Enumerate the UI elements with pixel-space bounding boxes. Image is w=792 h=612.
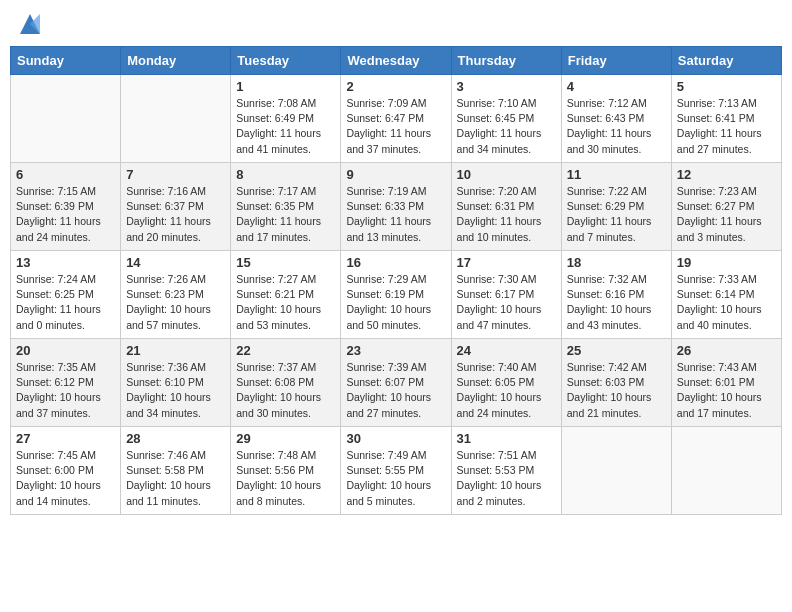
calendar-day-cell: 26 Sunrise: 7:43 AM Sunset: 6:01 PM Dayl… [671,339,781,427]
calendar-day-cell: 27 Sunrise: 7:45 AM Sunset: 6:00 PM Dayl… [11,427,121,515]
daylight-text: Daylight: 11 hours and 27 minutes. [677,127,762,154]
sunset-text: Sunset: 6:08 PM [236,376,314,388]
daylight-text: Daylight: 11 hours and 10 minutes. [457,215,542,242]
day-number: 31 [457,431,556,446]
weekday-header-row: SundayMondayTuesdayWednesdayThursdayFrid… [11,47,782,75]
sunrise-text: Sunrise: 7:17 AM [236,185,316,197]
daylight-text: Daylight: 10 hours and 50 minutes. [346,303,431,330]
day-number: 28 [126,431,225,446]
day-info: Sunrise: 7:12 AM Sunset: 6:43 PM Dayligh… [567,96,666,157]
calendar-day-cell: 20 Sunrise: 7:35 AM Sunset: 6:12 PM Dayl… [11,339,121,427]
day-info: Sunrise: 7:19 AM Sunset: 6:33 PM Dayligh… [346,184,445,245]
sunrise-text: Sunrise: 7:48 AM [236,449,316,461]
calendar-day-cell: 4 Sunrise: 7:12 AM Sunset: 6:43 PM Dayli… [561,75,671,163]
day-number: 7 [126,167,225,182]
daylight-text: Daylight: 10 hours and 37 minutes. [16,391,101,418]
daylight-text: Daylight: 10 hours and 43 minutes. [567,303,652,330]
day-number: 17 [457,255,556,270]
daylight-text: Daylight: 11 hours and 13 minutes. [346,215,431,242]
calendar-day-cell: 31 Sunrise: 7:51 AM Sunset: 5:53 PM Dayl… [451,427,561,515]
calendar-day-cell: 18 Sunrise: 7:32 AM Sunset: 6:16 PM Dayl… [561,251,671,339]
sunset-text: Sunset: 6:49 PM [236,112,314,124]
weekday-header: Sunday [11,47,121,75]
daylight-text: Daylight: 10 hours and 57 minutes. [126,303,211,330]
sunset-text: Sunset: 6:43 PM [567,112,645,124]
day-number: 19 [677,255,776,270]
day-info: Sunrise: 7:46 AM Sunset: 5:58 PM Dayligh… [126,448,225,509]
calendar-day-cell: 17 Sunrise: 7:30 AM Sunset: 6:17 PM Dayl… [451,251,561,339]
sunrise-text: Sunrise: 7:37 AM [236,361,316,373]
day-info: Sunrise: 7:48 AM Sunset: 5:56 PM Dayligh… [236,448,335,509]
daylight-text: Daylight: 11 hours and 41 minutes. [236,127,321,154]
sunset-text: Sunset: 6:31 PM [457,200,535,212]
day-info: Sunrise: 7:16 AM Sunset: 6:37 PM Dayligh… [126,184,225,245]
calendar-week-row: 13 Sunrise: 7:24 AM Sunset: 6:25 PM Dayl… [11,251,782,339]
sunset-text: Sunset: 6:33 PM [346,200,424,212]
calendar-day-cell: 13 Sunrise: 7:24 AM Sunset: 6:25 PM Dayl… [11,251,121,339]
day-info: Sunrise: 7:09 AM Sunset: 6:47 PM Dayligh… [346,96,445,157]
day-info: Sunrise: 7:17 AM Sunset: 6:35 PM Dayligh… [236,184,335,245]
daylight-text: Daylight: 10 hours and 5 minutes. [346,479,431,506]
sunrise-text: Sunrise: 7:24 AM [16,273,96,285]
day-number: 11 [567,167,666,182]
sunset-text: Sunset: 6:45 PM [457,112,535,124]
sunrise-text: Sunrise: 7:19 AM [346,185,426,197]
daylight-text: Daylight: 10 hours and 2 minutes. [457,479,542,506]
calendar-day-cell: 25 Sunrise: 7:42 AM Sunset: 6:03 PM Dayl… [561,339,671,427]
daylight-text: Daylight: 10 hours and 34 minutes. [126,391,211,418]
day-number: 27 [16,431,115,446]
sunset-text: Sunset: 6:14 PM [677,288,755,300]
day-number: 22 [236,343,335,358]
sunrise-text: Sunrise: 7:43 AM [677,361,757,373]
sunset-text: Sunset: 6:19 PM [346,288,424,300]
calendar-day-cell [11,75,121,163]
sunset-text: Sunset: 6:37 PM [126,200,204,212]
day-info: Sunrise: 7:10 AM Sunset: 6:45 PM Dayligh… [457,96,556,157]
daylight-text: Daylight: 11 hours and 0 minutes. [16,303,101,330]
calendar-day-cell: 9 Sunrise: 7:19 AM Sunset: 6:33 PM Dayli… [341,163,451,251]
calendar-week-row: 6 Sunrise: 7:15 AM Sunset: 6:39 PM Dayli… [11,163,782,251]
sunrise-text: Sunrise: 7:20 AM [457,185,537,197]
calendar-week-row: 1 Sunrise: 7:08 AM Sunset: 6:49 PM Dayli… [11,75,782,163]
day-number: 21 [126,343,225,358]
sunrise-text: Sunrise: 7:27 AM [236,273,316,285]
calendar-day-cell: 2 Sunrise: 7:09 AM Sunset: 6:47 PM Dayli… [341,75,451,163]
day-info: Sunrise: 7:30 AM Sunset: 6:17 PM Dayligh… [457,272,556,333]
day-info: Sunrise: 7:39 AM Sunset: 6:07 PM Dayligh… [346,360,445,421]
daylight-text: Daylight: 10 hours and 47 minutes. [457,303,542,330]
calendar-day-cell: 3 Sunrise: 7:10 AM Sunset: 6:45 PM Dayli… [451,75,561,163]
calendar-day-cell: 16 Sunrise: 7:29 AM Sunset: 6:19 PM Dayl… [341,251,451,339]
day-info: Sunrise: 7:32 AM Sunset: 6:16 PM Dayligh… [567,272,666,333]
sunset-text: Sunset: 6:39 PM [16,200,94,212]
weekday-header: Thursday [451,47,561,75]
weekday-header: Saturday [671,47,781,75]
day-number: 30 [346,431,445,446]
day-info: Sunrise: 7:49 AM Sunset: 5:55 PM Dayligh… [346,448,445,509]
calendar-week-row: 27 Sunrise: 7:45 AM Sunset: 6:00 PM Dayl… [11,427,782,515]
sunset-text: Sunset: 6:41 PM [677,112,755,124]
day-info: Sunrise: 7:08 AM Sunset: 6:49 PM Dayligh… [236,96,335,157]
day-number: 13 [16,255,115,270]
calendar-day-cell: 29 Sunrise: 7:48 AM Sunset: 5:56 PM Dayl… [231,427,341,515]
day-info: Sunrise: 7:22 AM Sunset: 6:29 PM Dayligh… [567,184,666,245]
day-info: Sunrise: 7:15 AM Sunset: 6:39 PM Dayligh… [16,184,115,245]
day-info: Sunrise: 7:42 AM Sunset: 6:03 PM Dayligh… [567,360,666,421]
daylight-text: Daylight: 10 hours and 11 minutes. [126,479,211,506]
logo-icon [16,10,44,38]
sunset-text: Sunset: 6:01 PM [677,376,755,388]
sunset-text: Sunset: 5:55 PM [346,464,424,476]
sunset-text: Sunset: 6:21 PM [236,288,314,300]
day-info: Sunrise: 7:35 AM Sunset: 6:12 PM Dayligh… [16,360,115,421]
calendar-day-cell: 1 Sunrise: 7:08 AM Sunset: 6:49 PM Dayli… [231,75,341,163]
day-number: 10 [457,167,556,182]
daylight-text: Daylight: 10 hours and 40 minutes. [677,303,762,330]
day-number: 6 [16,167,115,182]
sunrise-text: Sunrise: 7:39 AM [346,361,426,373]
daylight-text: Daylight: 10 hours and 21 minutes. [567,391,652,418]
day-number: 16 [346,255,445,270]
sunrise-text: Sunrise: 7:15 AM [16,185,96,197]
daylight-text: Daylight: 10 hours and 17 minutes. [677,391,762,418]
daylight-text: Daylight: 10 hours and 30 minutes. [236,391,321,418]
calendar-day-cell: 6 Sunrise: 7:15 AM Sunset: 6:39 PM Dayli… [11,163,121,251]
day-number: 24 [457,343,556,358]
